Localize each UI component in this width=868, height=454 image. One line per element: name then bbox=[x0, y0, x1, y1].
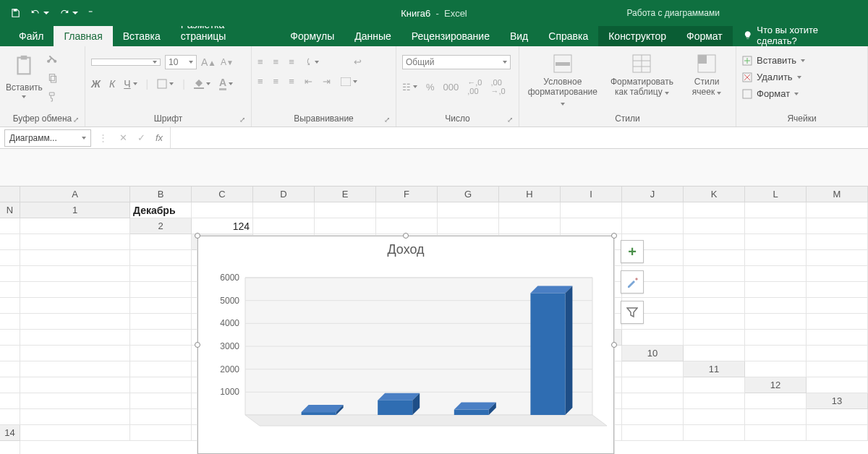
cell[interactable] bbox=[684, 266, 745, 282]
cell[interactable] bbox=[684, 330, 745, 346]
cell[interactable] bbox=[253, 218, 315, 234]
cell[interactable] bbox=[745, 425, 807, 441]
cell[interactable] bbox=[684, 250, 745, 266]
cell[interactable] bbox=[745, 361, 807, 377]
chart-style-button[interactable] bbox=[621, 270, 644, 294]
cell[interactable] bbox=[20, 361, 130, 377]
cell[interactable] bbox=[807, 250, 868, 266]
align-center-icon[interactable]: ≡ bbox=[273, 76, 279, 87]
copy-icon[interactable] bbox=[47, 72, 59, 84]
chart-title[interactable]: Доход bbox=[198, 236, 613, 263]
cell[interactable] bbox=[807, 266, 868, 282]
tab-formulas[interactable]: Формулы bbox=[280, 26, 344, 46]
cell[interactable] bbox=[130, 282, 192, 298]
cell[interactable] bbox=[745, 330, 807, 346]
chart-filter-button[interactable] bbox=[621, 301, 644, 324]
cell[interactable] bbox=[253, 202, 315, 218]
cell[interactable] bbox=[438, 202, 499, 218]
clipboard-launcher-icon[interactable]: ⤢ bbox=[73, 116, 79, 124]
cell[interactable] bbox=[684, 393, 745, 409]
cell[interactable] bbox=[20, 218, 130, 234]
cell[interactable] bbox=[130, 377, 192, 393]
col-header[interactable]: B bbox=[130, 187, 192, 202]
col-header[interactable]: C bbox=[192, 187, 253, 202]
cell[interactable] bbox=[0, 393, 20, 409]
cell[interactable] bbox=[807, 282, 868, 298]
tab-data[interactable]: Данные bbox=[344, 26, 401, 46]
cell[interactable] bbox=[0, 218, 20, 234]
chart-add-element-button[interactable]: + bbox=[621, 240, 644, 263]
cell[interactable] bbox=[130, 330, 192, 346]
row-header[interactable]: 11 bbox=[684, 361, 745, 377]
conditional-format-button[interactable]: Условное форматирование bbox=[527, 53, 599, 108]
format-painter-icon[interactable] bbox=[47, 91, 59, 103]
cell[interactable] bbox=[0, 266, 20, 282]
font-size-combo[interactable]: 10 bbox=[165, 55, 197, 69]
col-header[interactable]: E bbox=[315, 187, 376, 202]
cell[interactable] bbox=[130, 409, 192, 425]
row-header[interactable]: 12 bbox=[745, 377, 807, 393]
cell[interactable] bbox=[807, 314, 868, 330]
col-header[interactable]: K bbox=[684, 187, 745, 202]
percent-icon[interactable]: % bbox=[426, 82, 435, 93]
cell[interactable] bbox=[622, 425, 684, 441]
align-middle-icon[interactable]: ≡ bbox=[273, 56, 279, 67]
insert-cells-button[interactable]: Вставить bbox=[742, 55, 805, 66]
cell[interactable] bbox=[684, 425, 745, 441]
number-format-combo[interactable]: Общий bbox=[402, 55, 511, 69]
decrease-decimal-icon[interactable]: ,00→,0 bbox=[490, 78, 505, 95]
cell[interactable] bbox=[0, 330, 20, 346]
cell[interactable] bbox=[807, 346, 868, 361]
cell-styles-button[interactable]: Стили ячеек bbox=[685, 53, 728, 98]
increase-decimal-icon[interactable]: ←,0,00 bbox=[467, 78, 482, 95]
cell[interactable] bbox=[130, 298, 192, 314]
font-launcher-icon[interactable]: ⤢ bbox=[239, 116, 245, 124]
cell[interactable] bbox=[807, 409, 868, 425]
cell[interactable] bbox=[807, 298, 868, 314]
border-button[interactable] bbox=[157, 79, 174, 89]
cell[interactable] bbox=[0, 409, 20, 425]
cell[interactable] bbox=[130, 266, 192, 282]
cell[interactable] bbox=[20, 282, 130, 298]
cell[interactable] bbox=[684, 409, 745, 425]
cell[interactable] bbox=[807, 425, 868, 441]
paste-label[interactable]: Вставить bbox=[6, 82, 43, 93]
cell[interactable] bbox=[376, 218, 438, 234]
cell[interactable] bbox=[622, 202, 684, 218]
underline-button[interactable]: Ч bbox=[124, 78, 137, 90]
cell[interactable] bbox=[438, 218, 499, 234]
enter-formula-icon[interactable]: ✓ bbox=[137, 132, 145, 143]
col-header[interactable]: L bbox=[745, 187, 807, 202]
grow-font-icon[interactable]: A▲ bbox=[201, 56, 216, 68]
italic-button[interactable]: К bbox=[109, 78, 115, 90]
cell[interactable] bbox=[0, 441, 20, 454]
cell[interactable] bbox=[0, 282, 20, 298]
tab-insert[interactable]: Вставка bbox=[113, 26, 171, 46]
cell[interactable] bbox=[622, 330, 684, 346]
chart-object[interactable]: Доход 100020003000400050006000 bbox=[197, 236, 614, 454]
cell[interactable] bbox=[20, 377, 130, 393]
cell[interactable] bbox=[807, 361, 868, 377]
cell[interactable] bbox=[807, 234, 868, 250]
cell[interactable] bbox=[622, 393, 684, 409]
cell[interactable] bbox=[130, 250, 192, 266]
cell[interactable] bbox=[20, 425, 130, 441]
col-header[interactable]: H bbox=[499, 187, 561, 202]
tab-format[interactable]: Формат bbox=[676, 26, 733, 46]
tab-file[interactable]: Файл bbox=[9, 26, 54, 46]
paste-caret-icon[interactable] bbox=[22, 95, 26, 98]
cell[interactable] bbox=[130, 234, 192, 250]
cell[interactable] bbox=[20, 330, 130, 346]
cell[interactable] bbox=[745, 234, 807, 250]
orientation-icon[interactable]: ⤹ bbox=[305, 56, 319, 67]
cell[interactable] bbox=[20, 234, 130, 250]
cell[interactable] bbox=[684, 377, 745, 393]
cell[interactable] bbox=[130, 361, 192, 377]
align-right-icon[interactable]: ≡ bbox=[289, 76, 294, 87]
col-header[interactable]: D bbox=[253, 187, 315, 202]
cell[interactable] bbox=[622, 361, 684, 377]
name-box[interactable]: Диаграмм... bbox=[4, 129, 91, 147]
tab-home[interactable]: Главная bbox=[54, 26, 112, 46]
row-header[interactable]: 13 bbox=[807, 393, 868, 409]
col-header[interactable]: N bbox=[0, 202, 20, 218]
